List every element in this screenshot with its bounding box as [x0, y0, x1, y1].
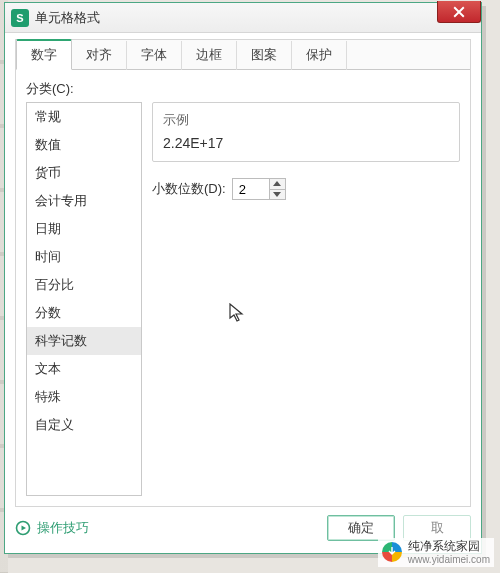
right-pane: 示例 2.24E+17 小数位数(D):	[152, 102, 460, 496]
app-icon: S	[11, 9, 29, 27]
tab-bar: 数字 对齐 字体 边框 图案 保护	[16, 40, 470, 70]
category-item-fraction[interactable]: 分数	[27, 299, 141, 327]
category-item-scientific[interactable]: 科学记数	[27, 327, 141, 355]
category-item-date[interactable]: 日期	[27, 215, 141, 243]
tab-pattern[interactable]: 图案	[237, 41, 292, 70]
tab-font[interactable]: 字体	[127, 41, 182, 70]
tab-alignment[interactable]: 对齐	[72, 41, 127, 70]
category-item-percentage[interactable]: 百分比	[27, 271, 141, 299]
decimals-row: 小数位数(D):	[152, 178, 460, 200]
category-item-general[interactable]: 常规	[27, 103, 141, 131]
tips-link[interactable]: 操作技巧	[15, 519, 89, 537]
category-item-number[interactable]: 数值	[27, 131, 141, 159]
decimals-spinner	[232, 178, 286, 200]
spin-buttons	[269, 179, 285, 199]
chevron-up-icon	[273, 181, 281, 186]
category-item-currency[interactable]: 货币	[27, 159, 141, 187]
sample-title: 示例	[163, 111, 449, 129]
spin-down-button[interactable]	[270, 189, 285, 200]
tab-border[interactable]: 边框	[182, 41, 237, 70]
decimals-label: 小数位数(D):	[152, 180, 226, 198]
cancel-button[interactable]: 取	[403, 515, 471, 541]
category-list[interactable]: 常规 数值 货币 会计专用 日期 时间 百分比 分数 科学记数 文本 特殊 自定…	[26, 102, 142, 496]
decimals-input[interactable]	[233, 179, 269, 199]
dialog-title: 单元格格式	[35, 9, 100, 27]
tab-protection[interactable]: 保护	[292, 41, 347, 70]
category-item-special[interactable]: 特殊	[27, 383, 141, 411]
category-item-accounting[interactable]: 会计专用	[27, 187, 141, 215]
close-icon	[453, 6, 465, 18]
play-circle-icon	[15, 520, 31, 536]
sample-box: 示例 2.24E+17	[152, 102, 460, 162]
cell-format-dialog: S 单元格格式 数字 对齐 字体 边框 图案 保护 分类(C): 常规 数值 货…	[4, 2, 482, 554]
dialog-body: 数字 对齐 字体 边框 图案 保护 分类(C): 常规 数值 货币 会计专用 日…	[15, 39, 471, 507]
tab-number[interactable]: 数字	[16, 39, 72, 70]
category-item-time[interactable]: 时间	[27, 243, 141, 271]
sample-value: 2.24E+17	[163, 135, 449, 151]
category-item-text[interactable]: 文本	[27, 355, 141, 383]
tips-label: 操作技巧	[37, 519, 89, 537]
category-label: 分类(C):	[26, 80, 460, 98]
tab-content: 分类(C): 常规 数值 货币 会计专用 日期 时间 百分比 分数 科学记数 文…	[26, 80, 460, 496]
chevron-down-icon	[273, 192, 281, 197]
close-button[interactable]	[437, 1, 481, 23]
ok-button[interactable]: 确定	[327, 515, 395, 541]
titlebar: S 单元格格式	[5, 3, 481, 33]
watermark-url: www.yidaimei.com	[408, 554, 490, 566]
category-item-custom[interactable]: 自定义	[27, 411, 141, 439]
dialog-footer: 操作技巧 确定 取	[15, 513, 471, 543]
spin-up-button[interactable]	[270, 179, 285, 189]
